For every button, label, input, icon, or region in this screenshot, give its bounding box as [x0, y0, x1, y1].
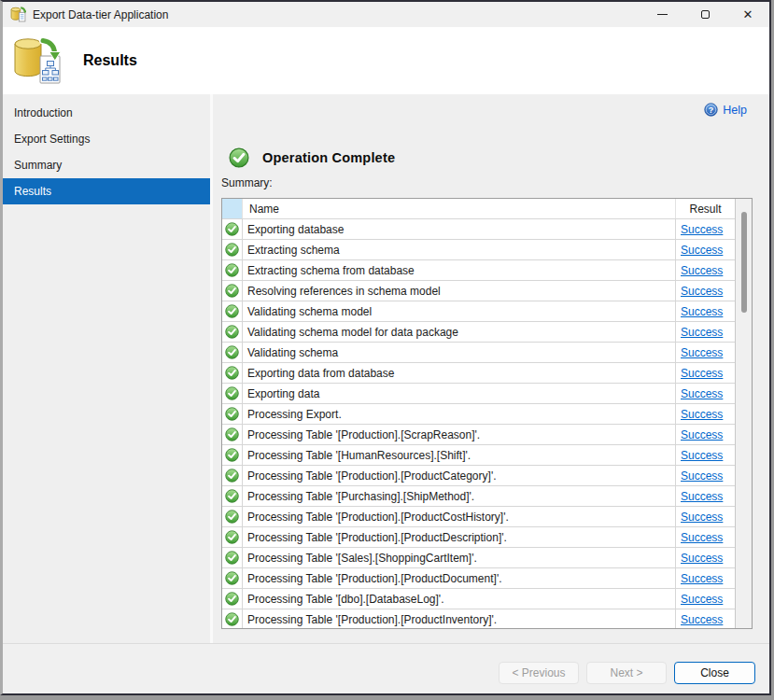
table-row[interactable]: Validating schema Success — [222, 343, 735, 363]
wizard-body: Introduction Export Settings Summary Res… — [3, 94, 769, 643]
table-row[interactable]: Validating schema model Success — [222, 301, 735, 322]
success-link[interactable]: Success — [681, 531, 723, 544]
success-link[interactable]: Success — [681, 613, 723, 626]
success-link[interactable]: Success — [681, 490, 723, 503]
success-link[interactable]: Success — [681, 367, 723, 380]
screenshot-root: Export Data-tier Application ✕ — [0, 0, 774, 700]
success-check-icon — [225, 612, 239, 626]
success-link[interactable]: Success — [681, 285, 723, 298]
row-result-cell: Success — [676, 301, 735, 321]
next-button[interactable]: Next > — [586, 662, 667, 684]
row-name: Extracting schema — [243, 240, 676, 259]
table-row[interactable]: Resolving references in schema model Suc… — [222, 281, 735, 301]
row-status-cell — [222, 548, 243, 567]
success-link[interactable]: Success — [681, 264, 723, 277]
row-status-cell — [222, 240, 243, 259]
row-result-cell: Success — [676, 260, 735, 280]
summary-label: Summary: — [221, 176, 273, 189]
maximize-icon — [701, 10, 710, 19]
close-button[interactable]: Close — [674, 662, 755, 684]
table-row[interactable]: Processing Table '[Purchasing].[ShipMeth… — [222, 486, 735, 507]
row-result-cell: Success — [676, 507, 735, 526]
row-name: Validating schema model for data package — [243, 322, 676, 342]
success-link[interactable]: Success — [681, 244, 723, 257]
success-check-icon — [225, 571, 239, 585]
table-scrollbar-thumb[interactable] — [741, 212, 747, 313]
success-link[interactable]: Success — [681, 346, 723, 359]
success-check-icon — [225, 427, 239, 441]
column-header-status-icon[interactable] — [222, 199, 243, 218]
wizard-footer: < Previous Next > Close — [3, 643, 769, 693]
success-link[interactable]: Success — [681, 326, 723, 339]
row-name: Validating schema model — [243, 301, 676, 321]
title-bar: Export Data-tier Application ✕ — [3, 2, 769, 27]
table-scrollbar-track[interactable] — [735, 199, 752, 628]
success-check-icon — [225, 243, 239, 257]
wizard-header: Results — [3, 27, 769, 94]
success-check-icon — [225, 407, 239, 421]
row-result-cell: Success — [676, 219, 735, 239]
table-row[interactable]: Processing Export. Success — [222, 404, 735, 425]
row-status-cell — [222, 322, 243, 342]
success-link[interactable]: Success — [681, 449, 723, 462]
close-icon: ✕ — [743, 8, 753, 21]
success-link[interactable]: Success — [681, 387, 723, 400]
sidebar-item-introduction[interactable]: Introduction — [3, 100, 210, 126]
maximize-button[interactable] — [683, 2, 726, 27]
previous-button[interactable]: < Previous — [499, 662, 579, 684]
row-status-cell — [222, 219, 243, 239]
sidebar-item-export-settings[interactable]: Export Settings — [3, 126, 210, 152]
table-row[interactable]: Processing Table '[Production].[ProductC… — [222, 466, 735, 486]
success-link[interactable]: Success — [681, 223, 723, 236]
close-window-button[interactable]: ✕ — [726, 2, 769, 27]
row-name: Processing Table '[Sales].[ShoppingCartI… — [243, 548, 676, 567]
table-row[interactable]: Processing Table '[Production].[ProductD… — [222, 568, 735, 589]
table-row[interactable]: Processing Table '[Production].[ProductI… — [222, 609, 735, 628]
app-database-export-icon — [10, 7, 26, 22]
success-link[interactable]: Success — [681, 428, 723, 441]
table-row[interactable]: Validating schema model for data package… — [222, 322, 735, 343]
row-name: Exporting data from database — [243, 363, 676, 383]
sidebar-item-results[interactable]: Results — [3, 178, 210, 204]
export-dac-icon — [12, 35, 63, 86]
table-row[interactable]: Processing Table '[Production].[ProductD… — [222, 527, 735, 548]
page-title: Results — [83, 52, 137, 69]
row-name: Processing Table '[HumanResources].[Shif… — [243, 445, 676, 465]
table-row[interactable]: Processing Table '[Production].[ScrapRea… — [222, 425, 735, 445]
operation-status-heading: Operation Complete — [262, 150, 395, 165]
row-result-cell: Success — [676, 384, 735, 403]
success-link[interactable]: Success — [681, 511, 723, 524]
table-row[interactable]: Exporting data Success — [222, 384, 735, 404]
table-row[interactable]: Processing Table '[Production].[ProductC… — [222, 507, 735, 527]
row-name: Resolving references in schema model — [243, 281, 676, 301]
success-link[interactable]: Success — [681, 593, 723, 606]
success-link[interactable]: Success — [681, 408, 723, 421]
table-row[interactable]: Processing Table '[HumanResources].[Shif… — [222, 445, 735, 466]
success-link[interactable]: Success — [681, 469, 723, 483]
table-row[interactable]: Exporting data from database Success — [222, 363, 735, 384]
table-row[interactable]: Processing Table '[dbo].[DatabaseLog]'. … — [222, 589, 735, 609]
sidebar-item-summary[interactable]: Summary — [3, 152, 210, 178]
row-status-cell — [222, 425, 243, 444]
minimize-button[interactable] — [640, 2, 683, 27]
row-result-cell: Success — [676, 240, 735, 259]
help-link[interactable]: ? Help — [704, 103, 747, 117]
table-row[interactable]: Processing Table '[Sales].[ShoppingCartI… — [222, 548, 735, 568]
column-header-result[interactable]: Result — [676, 199, 735, 218]
row-name: Exporting data — [243, 384, 676, 403]
success-link[interactable]: Success — [681, 572, 723, 585]
success-link[interactable]: Success — [681, 305, 723, 318]
table-row[interactable]: Exporting database Success — [222, 219, 735, 240]
row-status-cell — [222, 568, 243, 588]
row-name: Processing Table '[Production].[ProductD… — [243, 568, 676, 588]
minimize-icon — [657, 14, 668, 15]
table-header-row: Name Result — [222, 199, 735, 219]
success-check-icon — [225, 345, 239, 359]
table-row[interactable]: Extracting schema Success — [222, 240, 735, 260]
success-link[interactable]: Success — [681, 552, 723, 565]
table-row[interactable]: Extracting schema from database Success — [222, 260, 735, 281]
row-name: Validating schema — [243, 343, 676, 362]
row-status-cell — [222, 609, 243, 628]
table-rows: Exporting database Success Extracting sc… — [222, 219, 735, 628]
column-header-name[interactable]: Name — [243, 199, 676, 218]
